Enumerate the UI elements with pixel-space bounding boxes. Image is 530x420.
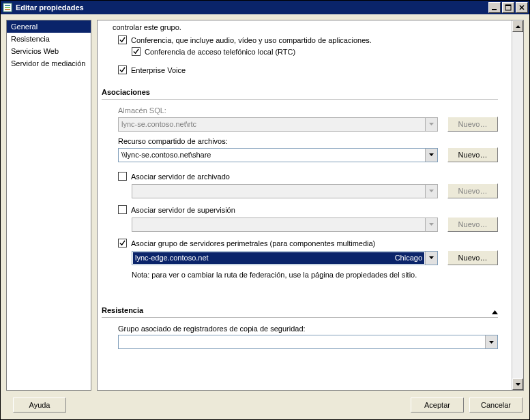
monitor-new-button: Nuevo… [447, 217, 498, 232]
backup-registrar-value [119, 335, 485, 348]
monitor-combo [132, 217, 438, 232]
svg-rect-3 [5, 9, 10, 10]
svg-marker-10 [429, 153, 434, 156]
sql-store-label: Almacén SQL: [118, 106, 498, 115]
client-area: General Resistencia Servicios Web Servid… [1, 14, 529, 419]
checkbox-conferencing-row[interactable]: Conferencia, que incluye audio, vídeo y … [118, 35, 498, 44]
checkbox-monitor-label: Asociar servidor de supervisión [131, 206, 235, 214]
checkbox-edge-label: Asociar grupo de servidores perimetrales… [131, 239, 375, 247]
collapse-arrow-icon[interactable] [492, 308, 498, 316]
backup-registrar-label: Grupo asociado de registradores de copia… [118, 325, 498, 333]
section-resistencia-header: Resistencia [102, 306, 498, 316]
svg-marker-15 [489, 341, 494, 344]
section-divider [102, 99, 498, 100]
scroll-up-button[interactable] [512, 20, 523, 32]
minimize-button[interactable] [488, 2, 501, 13]
edge-value: lync-edge.contoso.net [135, 253, 209, 263]
checkbox-ev[interactable] [118, 65, 127, 74]
checkbox-ev-label: Enterprise Voice [131, 66, 186, 74]
chevron-down-icon [425, 185, 437, 198]
section-divider [102, 317, 498, 318]
svg-rect-6 [505, 5, 511, 6]
archive-combo [132, 184, 438, 198]
sql-store-value: lync-se.contoso.net\rtc [119, 118, 425, 131]
window: Editar propiedades General Resistencia S… [0, 0, 530, 420]
svg-rect-1 [5, 5, 10, 6]
main-panel: controlar este grupo. Conferencia, que i… [97, 20, 524, 391]
section-asociaciones-header: Asociaciones [102, 88, 498, 97]
svg-marker-13 [429, 256, 434, 259]
cancel-button[interactable]: Cancelar [469, 397, 522, 412]
scroll-down-button[interactable] [512, 378, 523, 390]
scroll-track[interactable] [512, 32, 523, 378]
bottom-button-bar: Ayuda Aceptar Cancelar [1, 391, 529, 419]
checkbox-monitor-row[interactable]: Asociar servidor de supervisión [118, 205, 498, 214]
fileshare-new-button[interactable]: Nuevo… [447, 147, 498, 162]
edge-new-button[interactable]: Nuevo… [447, 250, 498, 265]
window-title: Editar propiedades [16, 3, 487, 12]
checkbox-archive-label: Asociar servidor de archivado [131, 172, 230, 181]
checkbox-edge[interactable] [118, 239, 127, 247]
monitor-value [132, 218, 425, 231]
checkbox-archive[interactable] [118, 172, 127, 181]
fileshare-label: Recurso compartido de archivos: [118, 137, 498, 145]
checkbox-pstn[interactable] [132, 47, 141, 56]
sidebar-item-servidor-mediacion[interactable]: Servidor de mediación [7, 57, 91, 70]
sidebar-item-servicios-web[interactable]: Servicios Web [7, 45, 91, 57]
svg-marker-16 [516, 25, 520, 28]
close-button[interactable] [516, 2, 528, 13]
app-icon [2, 2, 13, 13]
truncated-text: controlar este grupo. [113, 23, 498, 31]
checkbox-ev-row[interactable]: Enterprise Voice [118, 65, 498, 74]
sidebar-item-resistencia[interactable]: Resistencia [7, 33, 91, 45]
svg-rect-2 [5, 7, 10, 8]
chevron-down-icon[interactable] [485, 335, 497, 348]
checkbox-archive-row[interactable]: Asociar servidor de archivado [118, 172, 498, 181]
svg-rect-4 [492, 9, 497, 10]
archive-new-button: Nuevo… [447, 183, 498, 198]
titlebar: Editar propiedades [1, 1, 529, 14]
fileshare-combo[interactable]: \\lync-se.contoso.net\share [118, 148, 438, 162]
chevron-down-icon[interactable] [425, 252, 437, 265]
fileshare-value: \\lync-se.contoso.net\share [119, 149, 425, 162]
svg-marker-11 [429, 190, 434, 192]
sql-new-button: Nuevo… [447, 117, 498, 132]
chevron-down-icon [425, 218, 437, 231]
checkbox-conferencing-label: Conferencia, que incluye audio, vídeo y … [131, 36, 372, 44]
vertical-scrollbar[interactable] [512, 20, 523, 390]
checkbox-edge-row[interactable]: Asociar grupo de servidores perimetrales… [118, 239, 498, 247]
checkbox-monitor[interactable] [118, 205, 127, 214]
edge-combo[interactable]: lync-edge.contoso.net Chicago [132, 251, 438, 265]
checkbox-pstn-label: Conferencia de acceso telefónico local (… [145, 48, 295, 56]
sidebar: General Resistencia Servicios Web Servid… [6, 20, 91, 391]
archive-value [132, 185, 425, 198]
svg-marker-12 [429, 223, 434, 226]
maximize-button[interactable] [502, 2, 514, 13]
checkbox-conferencing[interactable] [118, 35, 127, 44]
sidebar-item-general[interactable]: General [7, 20, 91, 33]
federation-note: Nota: para ver o cambiar la ruta de fede… [132, 271, 498, 279]
svg-marker-17 [516, 383, 520, 386]
help-button[interactable]: Ayuda [13, 397, 66, 412]
checkbox-pstn-row[interactable]: Conferencia de acceso telefónico local (… [132, 47, 498, 56]
sql-store-combo: lync-se.contoso.net\rtc [118, 117, 438, 132]
svg-marker-14 [492, 310, 498, 314]
chevron-down-icon [425, 118, 437, 131]
ok-button[interactable]: Aceptar [411, 397, 464, 412]
edge-site: Chicago [395, 253, 422, 263]
backup-registrar-combo[interactable] [118, 335, 498, 349]
chevron-down-icon[interactable] [425, 149, 437, 162]
svg-marker-9 [429, 123, 434, 125]
